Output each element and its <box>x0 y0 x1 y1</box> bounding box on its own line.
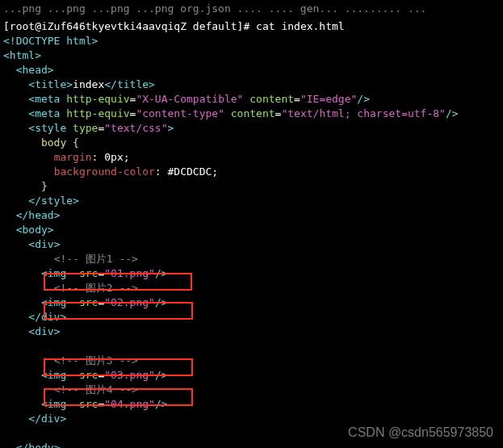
file-content: <!DOCTYPE html> <html> <head> <title>ind… <box>3 35 459 448</box>
terminal-output[interactable]: [root@iZuf646tkyevtki4aavqiqZ default]# … <box>0 18 503 448</box>
prompt-line-1: [root@iZuf646tkyevtki4aavqiqZ default]# … <box>3 20 345 32</box>
watermark-text: CSDN @csdn565973850 <box>348 425 493 440</box>
top-truncated-line: ...png ...png ...png ...png org.json ...… <box>0 0 503 18</box>
command-text: cat index.html <box>256 20 345 32</box>
